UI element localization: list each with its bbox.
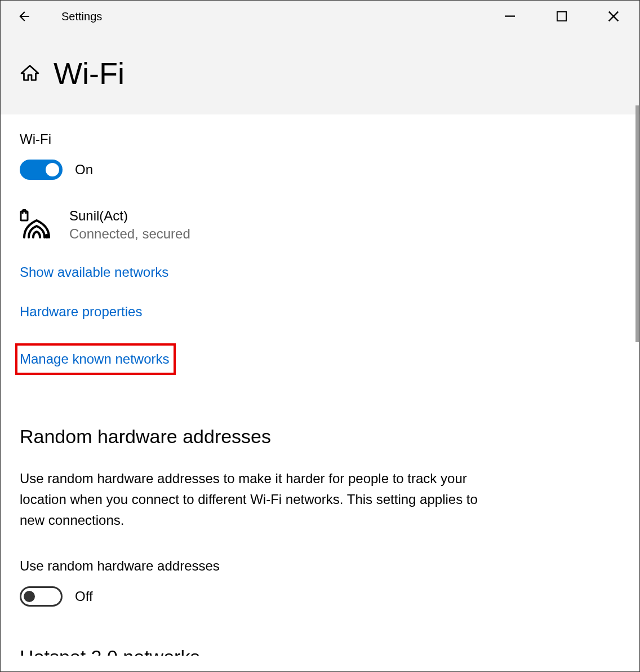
network-status: Connected, secured xyxy=(69,226,190,242)
svg-rect-0 xyxy=(505,16,515,17)
random-hw-sublabel: Use random hardware addresses xyxy=(20,558,620,574)
wifi-section-label: Wi-Fi xyxy=(20,131,620,147)
close-button[interactable] xyxy=(588,1,639,32)
toggle-knob xyxy=(24,591,35,602)
random-hw-toggle-row: Off xyxy=(20,586,620,607)
random-hw-description: Use random hardware addresses to make it… xyxy=(20,468,493,531)
window-controls xyxy=(484,1,639,32)
home-button[interactable] xyxy=(20,63,40,83)
hardware-properties-link[interactable]: Hardware properties xyxy=(20,304,142,320)
minimize-button[interactable] xyxy=(484,1,536,32)
content-area: Wi-Fi On Sunil(Act) Connected, secured S… xyxy=(1,114,639,656)
current-network[interactable]: Sunil(Act) Connected, secured xyxy=(20,208,620,243)
random-hw-toggle-state: Off xyxy=(75,589,93,604)
wifi-toggle[interactable] xyxy=(20,160,63,180)
wifi-toggle-state: On xyxy=(75,162,93,178)
show-available-networks-link[interactable]: Show available networks xyxy=(20,264,168,280)
toggle-knob xyxy=(46,163,59,176)
network-name: Sunil(Act) xyxy=(69,208,190,224)
wifi-toggle-row: On xyxy=(20,160,620,180)
svg-point-3 xyxy=(45,234,49,238)
titlebar: Settings xyxy=(1,1,639,32)
svg-rect-1 xyxy=(557,12,567,21)
network-info: Sunil(Act) Connected, secured xyxy=(69,208,190,242)
page-header: Wi-Fi xyxy=(1,32,639,114)
maximize-icon xyxy=(557,11,567,21)
wifi-secured-icon xyxy=(20,209,54,243)
random-hw-toggle[interactable] xyxy=(20,586,63,607)
minimize-icon xyxy=(505,11,515,21)
page-title: Wi-Fi xyxy=(54,56,125,91)
home-icon xyxy=(20,63,40,83)
window-title: Settings xyxy=(61,10,102,23)
back-arrow-icon xyxy=(17,9,32,24)
manage-known-networks-link[interactable]: Manage known networks xyxy=(15,343,176,375)
maximize-button[interactable] xyxy=(536,1,588,32)
close-icon xyxy=(608,11,619,22)
random-hw-heading: Random hardware addresses xyxy=(20,426,620,448)
hotspot-heading-cutoff: Hotspot 2.0 networks xyxy=(20,646,620,656)
back-button[interactable] xyxy=(11,3,38,30)
